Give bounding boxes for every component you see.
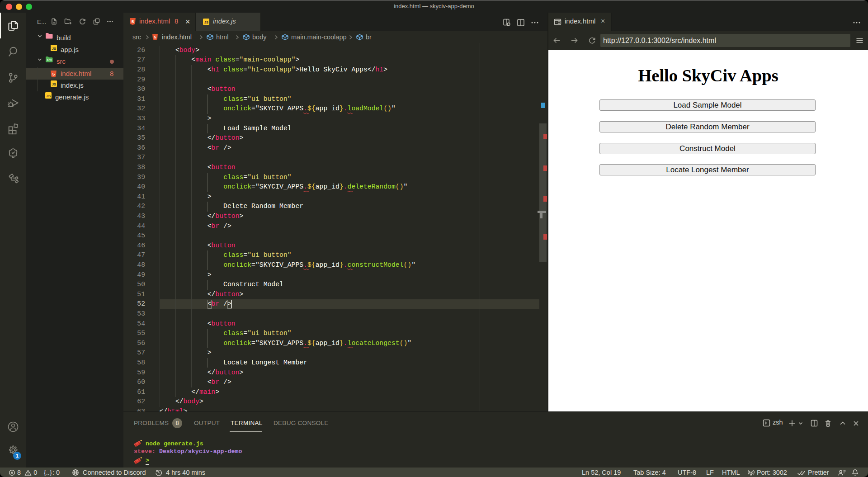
svg-text:5: 5 [154,35,156,39]
svg-text:JS: JS [52,82,56,86]
svg-text:5: 5 [52,71,55,76]
svg-text:5: 5 [132,19,134,24]
svg-text:</>: </> [47,59,52,62]
svg-text:JS: JS [52,47,56,51]
svg-text:JS: JS [204,20,208,24]
svg-text:JS: JS [47,94,51,98]
